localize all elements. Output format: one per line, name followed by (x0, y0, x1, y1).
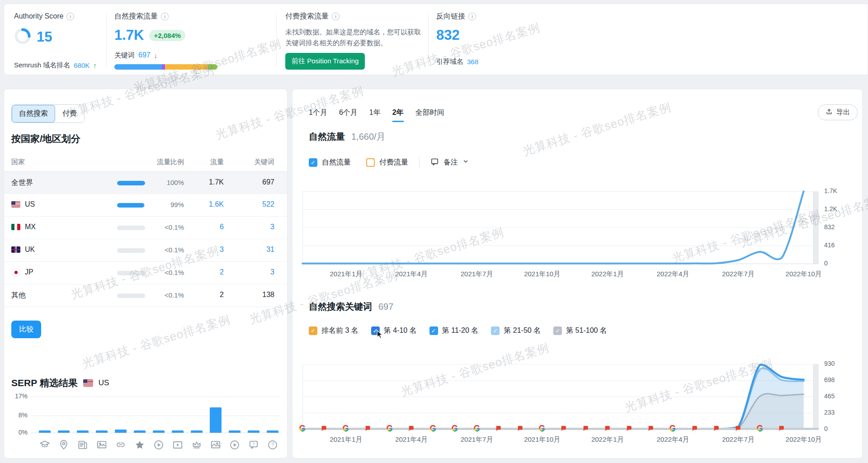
y-axis-label: 0 (824, 425, 828, 432)
google-marker-icon (538, 425, 546, 432)
table-row[interactable]: UK<0.1%331 (4, 239, 287, 262)
legend-checkbox[interactable]: ✓ (309, 326, 317, 335)
ref-domains-value[interactable]: 368 (467, 58, 478, 66)
traffic-value[interactable]: 2 (186, 268, 224, 276)
graduation-cap-icon (39, 439, 51, 451)
traffic-share-value: <0.1% (140, 223, 184, 231)
keywords-value[interactable]: 31 (229, 246, 274, 254)
backlinks-value[interactable]: 832 (436, 27, 460, 44)
faq-icon: ? (248, 439, 259, 451)
video-icon (153, 439, 165, 451)
tab-自然搜索[interactable]: 自然搜索 (12, 105, 55, 123)
red-flag-marker-icon (647, 425, 655, 432)
semrush-rank-label: Semrush 域名排名 (14, 61, 70, 70)
chart-scroll-strip (813, 191, 819, 264)
location-pin-icon (58, 439, 70, 451)
legend-item[interactable]: ✓第 4-10 名 (371, 326, 417, 335)
chevron-down-icon[interactable] (462, 158, 469, 166)
x-axis-label: 2022年1月 (591, 270, 624, 279)
paid-traffic-checkbox[interactable] (366, 158, 375, 167)
table-row[interactable]: JP<0.1%23 (4, 262, 287, 284)
image-pack-icon (210, 439, 222, 451)
serp-y-axis-label: 0% (10, 429, 28, 436)
country-name: US (11, 200, 35, 208)
keyword-distribution-bar (114, 64, 217, 70)
uk-flag-icon (11, 246, 20, 253)
serp-feature-bar (77, 430, 89, 433)
mx-flag-icon (11, 224, 20, 230)
traffic-share-value: <0.1% (140, 269, 184, 276)
range-tab-2年[interactable]: 2年 (392, 108, 404, 122)
tab-付费[interactable]: 付费 (55, 105, 84, 123)
legend-label: 排名前 3 名 (321, 326, 359, 335)
col-country: 国家 (11, 158, 25, 166)
info-icon[interactable]: i (332, 13, 340, 20)
table-row[interactable]: 其他<0.1%2138 (4, 284, 287, 307)
keywords-value[interactable]: 3 (229, 268, 274, 276)
y-axis-label: 233 (824, 409, 835, 416)
star-icon (134, 439, 146, 451)
traffic-value[interactable]: 6 (186, 223, 224, 231)
x-axis-label: 2022年4月 (657, 435, 689, 444)
range-tab-1个月[interactable]: 1个月 (309, 108, 327, 122)
col-traffic-share: 流量比例 (140, 158, 184, 166)
semrush-domain-overview: Authority Scorei 15 Semrush 域名排名680K↑ 自然… (0, 0, 868, 463)
country-name: 全世界 (11, 178, 33, 188)
semrush-rank-value[interactable]: 680K (74, 61, 90, 69)
charts-panel: 1个月6个月1年2年全部时间 导出 自然流量 1,660/月 ✓ 自然流量 付费… (292, 89, 863, 458)
legend-item[interactable]: ✓第 51-100 名 (553, 326, 607, 335)
authority-score-title: Authority Score (14, 12, 63, 20)
organic-traffic-card: 自然搜索流量i 1.7K +2,084% 关键词697↓ (114, 11, 270, 70)
google-marker-icon (669, 425, 676, 432)
date-range-tabs: 1个月6个月1年2年全部时间 (309, 108, 444, 122)
red-flag-marker-icon (321, 425, 328, 432)
y-axis-label: 930 (824, 360, 835, 367)
info-icon[interactable]: i (161, 13, 169, 20)
info-icon[interactable]: i (66, 13, 74, 20)
organic-keywords-count: 697 (378, 302, 393, 312)
divider (276, 14, 277, 66)
range-tab-1年[interactable]: 1年 (369, 108, 381, 122)
legend-item[interactable]: ✓第 11-20 名 (429, 326, 479, 335)
serp-feature-bar (39, 430, 51, 433)
range-tab-6个月[interactable]: 6个月 (339, 108, 358, 122)
legend-checkbox[interactable]: ✓ (491, 326, 500, 335)
notes-label[interactable]: 备注 (443, 158, 458, 167)
keywords-value[interactable]: 697 (138, 51, 151, 59)
traffic-value[interactable]: 1.6K (186, 200, 224, 208)
serp-features-heading: SERP 精选结果 US (11, 377, 109, 389)
keywords-value[interactable]: 522 (229, 200, 274, 208)
legend-label: 第 4-10 名 (384, 326, 417, 335)
traffic-value[interactable]: 3 (186, 246, 224, 254)
serp-feature-bar (115, 430, 127, 433)
table-row[interactable]: US99%1.6K522 (4, 194, 287, 217)
backlinks-title: 反向链接 (436, 12, 465, 21)
legend-item[interactable]: ✓排名前 3 名 (309, 326, 359, 335)
country-name: JP (11, 268, 33, 276)
legend-item[interactable]: ✓第 21-50 名 (491, 326, 541, 335)
notes-icon (430, 157, 439, 168)
distribution-segment-3 (165, 64, 208, 70)
organic-traffic-checkbox[interactable]: ✓ (309, 158, 317, 167)
distribution-segment-4 (208, 64, 217, 70)
table-row[interactable]: 全世界100%1.7K697 (4, 171, 287, 194)
mouse-cursor-icon (376, 330, 384, 339)
compare-button[interactable]: 比较 (11, 321, 41, 338)
instant-answer-icon: ? (267, 439, 278, 451)
position-tracking-button[interactable]: 前往 Position Tracking (285, 53, 365, 70)
country-table-header: 国家 流量比例 流量 关键词 (4, 158, 287, 170)
legend-checkbox[interactable]: ✓ (553, 326, 562, 335)
x-axis-label: 2021年4月 (395, 270, 428, 279)
red-flag-marker-icon (713, 425, 720, 432)
red-flag-marker-icon (495, 425, 502, 432)
x-axis-label: 2022年10月 (786, 435, 822, 444)
export-button[interactable]: 导出 (818, 104, 858, 120)
keywords-value[interactable]: 3 (229, 223, 274, 231)
range-tab-全部时间[interactable]: 全部时间 (415, 108, 444, 122)
x-axis-label: 2021年10月 (524, 270, 560, 279)
legend-checkbox[interactable]: ✓ (429, 326, 438, 335)
x-axis-label: 2021年7月 (461, 435, 493, 444)
table-row[interactable]: MX<0.1%63 (4, 217, 287, 239)
info-icon[interactable]: i (468, 13, 476, 20)
backlinks-card: 反向链接i 832 引荐域名368 (436, 11, 572, 66)
